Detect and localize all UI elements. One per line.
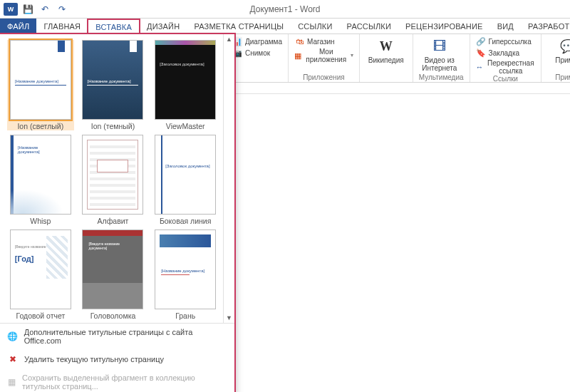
- video-icon: 🎞: [430, 37, 450, 56]
- save-selection-icon: ▦: [7, 376, 16, 388]
- redo-icon[interactable]: ↷: [54, 1, 70, 17]
- tab-home[interactable]: ГЛАВНАЯ: [36, 19, 88, 33]
- links-group-label: Ссылки: [476, 75, 535, 83]
- wikipedia-icon: W: [376, 37, 396, 56]
- gallery-scrollbar[interactable]: ▲ ▼: [223, 34, 234, 323]
- cover-page-gallery: [Название документа]Ion (светлый)[Назван…: [0, 34, 234, 392]
- tab-review[interactable]: РЕЦЕНЗИРОВАНИЕ: [398, 19, 490, 33]
- cover-thumbnail: [Введите название документа]: [82, 229, 143, 309]
- cover-template-edge[interactable]: [Название документа]Грань: [152, 229, 219, 320]
- cover-template-label: Головоломка: [90, 311, 136, 320]
- comment-icon: 💬: [558, 37, 570, 56]
- chart-button[interactable]: 📊Диаграмма: [232, 37, 282, 47]
- cover-thumbnail: [82, 135, 143, 215]
- tab-design[interactable]: ДИЗАЙН: [140, 19, 187, 33]
- cover-thumbnail: [Название документа]: [10, 40, 71, 120]
- word-app-icon[interactable]: W: [3, 1, 19, 17]
- tab-view[interactable]: ВИД: [490, 19, 521, 33]
- scroll-up-icon[interactable]: ▲: [226, 36, 232, 43]
- globe-icon: 🌐: [7, 331, 19, 342]
- title-bar: W 💾 ↶ ↷ Документ1 - Word: [0, 0, 570, 19]
- cover-template-label: Ion (светлый): [17, 122, 63, 130]
- cover-template-puzzle[interactable]: [Введите название документа]Головоломка: [80, 229, 147, 320]
- bookmark-icon: 🔖: [476, 48, 486, 58]
- cover-template-label: Грань: [175, 311, 195, 320]
- comment-group-label: Примеч: [547, 73, 570, 81]
- hyperlink-button[interactable]: 🔗Гиперссылка: [476, 37, 535, 47]
- gallery-grid: [Название документа]Ion (светлый)[Назван…: [0, 34, 223, 323]
- cover-thumbnail: [Заголовок документа]: [155, 40, 216, 120]
- cover-template-ion_dark[interactable]: [Название документа]Ion (темный): [80, 40, 147, 130]
- ribbon-tabs: ФАЙЛ ГЛАВНАЯ ВСТАВКА ДИЗАЙН РАЗМЕТКА СТР…: [0, 19, 570, 34]
- tab-file[interactable]: ФАЙЛ: [0, 19, 36, 33]
- myapps-button[interactable]: ▦Мои приложения▾: [294, 48, 353, 63]
- cover-template-label: Годовой отчет: [16, 311, 65, 320]
- media-group-label: Мультимедиа: [419, 73, 464, 81]
- document-canvas[interactable]: [260, 100, 570, 392]
- cover-thumbnail: [Название документа]: [155, 229, 216, 309]
- cover-thumbnail: [Заголовок документа]: [155, 135, 216, 215]
- delete-icon: ✖: [7, 354, 19, 365]
- screenshot-button[interactable]: 📷Снимок: [232, 48, 282, 58]
- cover-template-whisp[interactable]: [Название документа]Whisp: [7, 135, 74, 225]
- cover-template-viewmaster[interactable]: [Заголовок документа]ViewMaster: [152, 40, 219, 130]
- crossref-icon: ↔: [476, 63, 484, 73]
- store-button[interactable]: 🛍Магазин: [294, 37, 353, 47]
- undo-icon[interactable]: ↶: [37, 1, 53, 17]
- wikipedia-button[interactable]: WВикипедия: [366, 37, 407, 65]
- tab-developer[interactable]: РАЗРАБОТЧИК: [521, 19, 570, 33]
- cover-template-ion_light[interactable]: [Название документа]Ion (светлый): [7, 40, 74, 130]
- cover-template-label: ViewMaster: [166, 122, 205, 130]
- cover-thumbnail: [Название документа]: [10, 135, 71, 215]
- save-icon[interactable]: 💾: [20, 1, 36, 17]
- tab-insert[interactable]: ВСТАВКА: [88, 19, 140, 34]
- cover-thumbnail: [Введите название документа][Год]: [10, 229, 71, 309]
- scroll-down-icon[interactable]: ▼: [226, 314, 232, 321]
- tab-references[interactable]: ССЫЛКИ: [291, 19, 339, 33]
- cover-template-annual[interactable]: [Введите название документа][Год]Годовой…: [7, 229, 74, 320]
- remove-cover-page[interactable]: ✖Удалить текущую титульную страницу: [0, 349, 234, 369]
- comment-button[interactable]: 💬Примеч: [547, 37, 570, 65]
- save-selection-to-gallery: ▦Сохранить выделенный фрагмент в коллекц…: [0, 369, 234, 392]
- apps-icon: ▦: [294, 51, 302, 61]
- cover-thumbnail: [Название документа]: [82, 40, 143, 120]
- store-icon: 🛍: [294, 37, 304, 47]
- quick-access-toolbar: W 💾 ↶ ↷: [0, 1, 70, 17]
- online-video-button[interactable]: 🎞Видео из Интернета: [419, 37, 460, 72]
- tab-layout[interactable]: РАЗМЕТКА СТРАНИЦЫ: [187, 19, 291, 33]
- cover-template-label: Алфавит: [98, 217, 129, 225]
- cover-template-label: Ion (темный): [91, 122, 135, 130]
- apps-group-label: Приложения: [294, 73, 353, 81]
- tab-mailings[interactable]: РАССЫЛКИ: [340, 19, 398, 33]
- cover-template-label: Боковая линия: [160, 217, 212, 225]
- link-icon: 🔗: [476, 37, 486, 47]
- more-covers-online[interactable]: 🌐Дополнительные титульные страницы с сай…: [0, 324, 234, 349]
- cover-template-alphabet[interactable]: Алфавит: [80, 135, 147, 225]
- crossref-button[interactable]: ↔Перекрестная ссылка: [476, 60, 535, 75]
- document-title: Документ1 - Word: [249, 4, 320, 14]
- gallery-footer-menu: 🌐Дополнительные титульные страницы с сай…: [0, 323, 234, 392]
- cover-template-label: Whisp: [30, 217, 51, 225]
- cover-template-sideline[interactable]: [Заголовок документа]Боковая линия: [152, 135, 219, 225]
- bookmark-button[interactable]: 🔖Закладка: [476, 48, 535, 58]
